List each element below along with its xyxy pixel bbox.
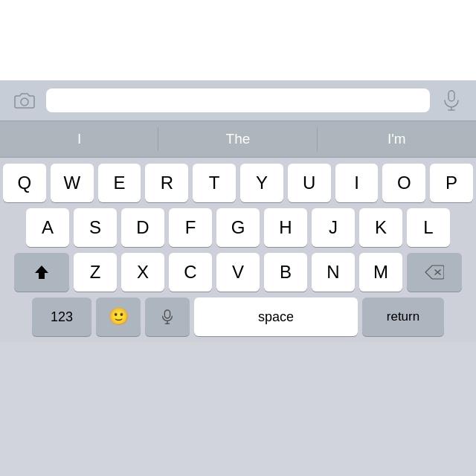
key-c[interactable]: C: [169, 253, 212, 292]
key-i[interactable]: I: [335, 164, 379, 202]
key-j[interactable]: J: [312, 208, 355, 247]
key-h[interactable]: H: [264, 208, 307, 247]
key-row-2: A S D F G H J K L: [3, 208, 473, 247]
suggestions-bar: I The I'm: [0, 120, 476, 158]
key-d[interactable]: D: [121, 208, 164, 247]
camera-icon[interactable]: [10, 86, 39, 115]
key-x[interactable]: X: [121, 253, 164, 292]
key-g[interactable]: G: [216, 208, 260, 247]
top-content-area: [0, 0, 476, 80]
key-f[interactable]: F: [169, 208, 212, 247]
key-r[interactable]: R: [145, 164, 188, 202]
microphone-icon[interactable]: [437, 86, 466, 115]
key-v[interactable]: V: [216, 253, 260, 292]
delete-key[interactable]: [407, 253, 462, 292]
key-e[interactable]: E: [98, 164, 141, 202]
key-a[interactable]: A: [26, 208, 69, 247]
key-s[interactable]: S: [74, 208, 117, 247]
key-u[interactable]: U: [288, 164, 331, 202]
key-row-1: Q W E R T Y U I O P: [3, 164, 473, 202]
keyboard: Q W E R T Y U I O P A S D F G H J K L Z …: [0, 158, 476, 342]
key-b[interactable]: B: [264, 253, 307, 292]
key-t[interactable]: T: [193, 164, 236, 202]
svg-rect-6: [164, 310, 170, 318]
key-row-3: Z X C V B N M: [3, 253, 473, 292]
key-y[interactable]: Y: [240, 164, 283, 202]
suggestion-im[interactable]: I'm: [318, 121, 476, 157]
key-q[interactable]: Q: [3, 164, 46, 202]
key-z[interactable]: Z: [74, 253, 117, 292]
key-w[interactable]: W: [51, 164, 94, 202]
shift-key[interactable]: [14, 253, 69, 292]
suggestion-i[interactable]: I: [0, 121, 158, 157]
svg-rect-1: [448, 91, 454, 101]
key-m[interactable]: M: [359, 253, 402, 292]
emoji-key[interactable]: 🙂: [96, 298, 141, 336]
input-bar: [0, 80, 476, 120]
text-input[interactable]: [46, 89, 430, 112]
keyboard-mic-key[interactable]: [145, 298, 190, 336]
key-l[interactable]: L: [407, 208, 450, 247]
key-p[interactable]: P: [430, 164, 473, 202]
key-k[interactable]: K: [359, 208, 402, 247]
key-row-4: 123 🙂 space return: [3, 298, 473, 336]
key-o[interactable]: O: [382, 164, 425, 202]
numbers-key[interactable]: 123: [32, 298, 91, 336]
key-n[interactable]: N: [312, 253, 355, 292]
suggestion-the[interactable]: The: [158, 121, 317, 157]
return-key[interactable]: return: [362, 298, 444, 336]
space-key[interactable]: space: [194, 298, 358, 336]
svg-point-0: [21, 98, 28, 106]
